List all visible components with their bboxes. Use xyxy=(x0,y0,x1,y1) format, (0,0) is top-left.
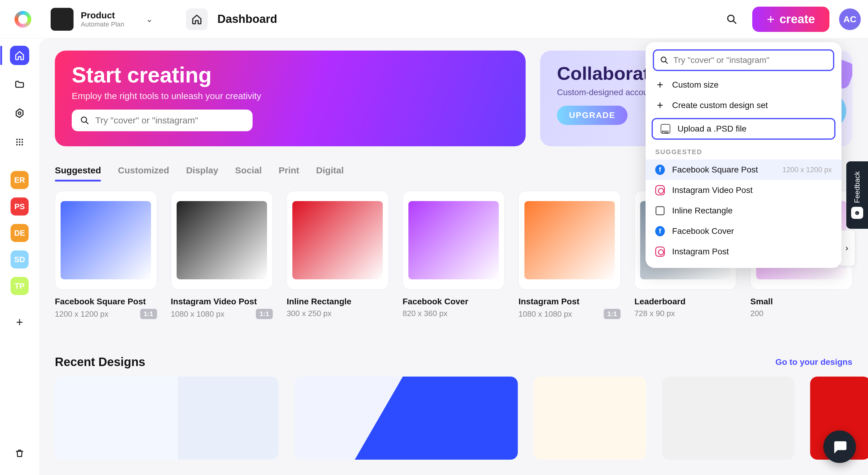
popover-action[interactable]: Upload a .PSD file xyxy=(652,118,835,140)
main-content: Start creating Employ the right tools to… xyxy=(39,38,868,475)
template-title: Instagram Post xyxy=(518,297,621,306)
template-dimensions: 728 x 90 px xyxy=(634,309,675,318)
template-card[interactable]: Facebook Cover 820 x 360 px xyxy=(403,191,505,319)
popover-suggested-item[interactable]: fFacebook Square Post1200 x 1200 px xyxy=(646,160,841,180)
hero-search-input[interactable] xyxy=(95,115,244,126)
psd-icon xyxy=(661,124,670,134)
template-card[interactable]: Instagram Video Post 1080 x 1080 px 1:1 xyxy=(171,191,273,319)
popover-suggested-item[interactable]: Instagram Post xyxy=(646,241,841,262)
template-dimensions: 200 xyxy=(750,309,763,318)
feedback-tab[interactable]: Feedback ☻ xyxy=(846,161,868,229)
search-icon xyxy=(660,56,669,64)
plus-icon xyxy=(655,80,665,90)
rectangle-icon xyxy=(655,206,665,215)
project-badge[interactable]: PS xyxy=(10,198,29,215)
template-thumbnail xyxy=(287,191,389,290)
upgrade-button[interactable]: UPGRADE xyxy=(557,106,627,125)
tab-suggested[interactable]: Suggested xyxy=(55,165,101,181)
template-dimensions: 300 x 250 px xyxy=(287,309,332,318)
svg-point-4 xyxy=(22,139,23,140)
template-card[interactable]: Facebook Square Post 1200 x 1200 px 1:1 xyxy=(55,191,157,319)
svg-point-8 xyxy=(16,144,18,145)
project-badge[interactable]: DE xyxy=(10,224,29,242)
template-title: Instagram Video Post xyxy=(171,297,273,306)
folder-icon xyxy=(14,79,25,90)
nav-folder[interactable] xyxy=(10,75,29,94)
svg-point-1 xyxy=(19,112,21,115)
template-dimensions: 1200 x 1200 px xyxy=(55,309,108,319)
grid-icon xyxy=(15,138,24,146)
svg-point-0 xyxy=(728,15,734,21)
template-title: Facebook Square Post xyxy=(55,297,157,306)
popover-search-input[interactable] xyxy=(673,56,827,65)
project-badge[interactable]: ER xyxy=(10,171,29,189)
plus-icon: + xyxy=(16,315,23,329)
popover-item-label: Facebook Cover xyxy=(672,226,734,236)
recent-design-card[interactable] xyxy=(294,377,518,460)
template-card[interactable]: Inline Rectangle 300 x 250 px xyxy=(287,191,389,319)
template-thumbnail xyxy=(55,191,157,290)
nav-brand[interactable] xyxy=(10,104,29,123)
page-title: Dashboard xyxy=(217,13,277,26)
topbar: Product Automate Plan ⌄ Dashboard + crea… xyxy=(0,0,868,38)
recent-row xyxy=(55,377,868,460)
template-title: Small xyxy=(750,297,852,306)
recent-link[interactable]: Go to your designs xyxy=(775,357,852,367)
add-project-button[interactable]: + xyxy=(10,312,29,332)
feedback-label: Feedback xyxy=(853,171,861,203)
plus-icon: + xyxy=(767,12,775,27)
popover-suggested-item[interactable]: fFacebook Cover xyxy=(646,221,841,241)
home-button[interactable] xyxy=(186,8,208,30)
template-thumbnail xyxy=(171,191,273,290)
search-icon xyxy=(80,116,89,125)
tab-social[interactable]: Social xyxy=(235,165,261,181)
popover-action[interactable]: Custom size xyxy=(646,75,841,95)
svg-point-10 xyxy=(22,144,23,145)
project-badge[interactable]: TP xyxy=(10,277,29,295)
recent-design-card[interactable] xyxy=(55,377,278,460)
hero-start-creating: Start creating Employ the right tools to… xyxy=(55,50,526,146)
facebook-icon: f xyxy=(655,165,665,175)
top-search-button[interactable] xyxy=(723,11,740,28)
left-nav: ERPSDESDTP + xyxy=(0,38,39,475)
create-button[interactable]: + create xyxy=(752,7,830,32)
aspect-ratio-badge: 1:1 xyxy=(140,309,157,319)
svg-point-9 xyxy=(19,144,21,145)
tab-print[interactable]: Print xyxy=(278,165,299,181)
svg-point-12 xyxy=(661,57,666,62)
app-logo[interactable] xyxy=(14,11,31,28)
tab-customized[interactable]: Customized xyxy=(118,165,169,181)
search-icon xyxy=(726,14,737,25)
hero-title: Start creating xyxy=(72,63,509,87)
popover-action[interactable]: Create custom design set xyxy=(646,95,841,115)
nav-trash[interactable] xyxy=(10,444,29,463)
template-dimensions: 820 x 360 px xyxy=(403,309,447,318)
svg-point-6 xyxy=(19,141,21,143)
product-thumbnail xyxy=(51,8,73,31)
nav-home[interactable] xyxy=(10,46,29,65)
create-popover: Custom sizeCreate custom design setUploa… xyxy=(646,42,841,268)
product-switcher[interactable]: Product Automate Plan ⌄ xyxy=(51,8,153,31)
template-card[interactable]: Instagram Post 1080 x 1080 px 1:1 xyxy=(518,191,621,319)
user-avatar[interactable]: AC xyxy=(839,8,861,30)
popover-search[interactable] xyxy=(653,49,834,71)
popover-item-label: Instagram Post xyxy=(672,247,729,257)
tab-display[interactable]: Display xyxy=(186,165,218,181)
popover-suggested-item[interactable]: Inline Rectangle xyxy=(646,201,841,221)
project-badge[interactable]: SD xyxy=(10,250,29,269)
chat-launcher[interactable] xyxy=(824,431,856,463)
svg-point-5 xyxy=(16,141,18,143)
recent-header: Recent Designs Go to your designs xyxy=(55,355,852,369)
tab-digital[interactable]: Digital xyxy=(316,165,344,181)
plus-icon xyxy=(655,101,665,110)
product-name: Product xyxy=(81,10,124,21)
nav-apps[interactable] xyxy=(10,132,29,152)
home-icon xyxy=(14,50,25,61)
template-title: Facebook Cover xyxy=(403,297,505,306)
product-plan: Automate Plan xyxy=(81,21,124,28)
recent-heading: Recent Designs xyxy=(55,355,145,369)
recent-design-card[interactable] xyxy=(662,377,795,460)
popover-suggested-item[interactable]: Instagram Video Post xyxy=(646,180,841,201)
recent-design-card[interactable] xyxy=(533,377,646,460)
hero-search[interactable] xyxy=(72,109,253,131)
